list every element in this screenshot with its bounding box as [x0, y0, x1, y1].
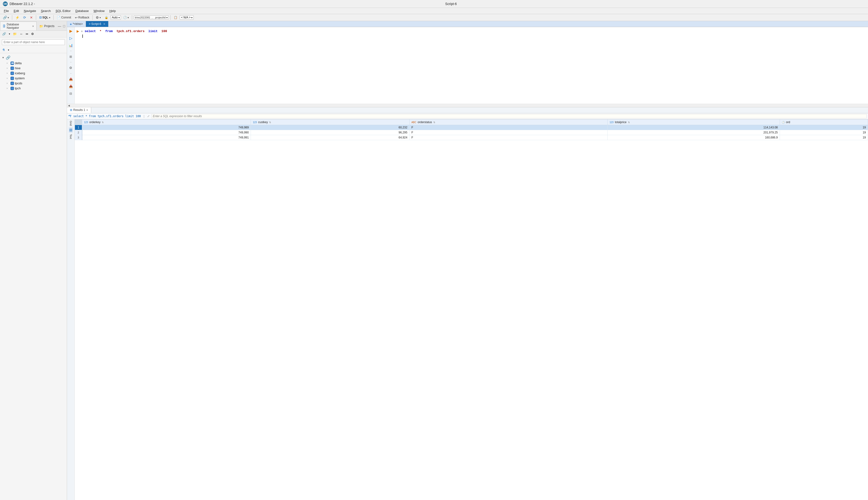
- row-2-orderkey[interactable]: 749,990: [82, 130, 251, 135]
- iceberg-label: iceberg: [15, 71, 25, 75]
- script6-tab-close[interactable]: ✕: [103, 23, 105, 26]
- tree-item-hive[interactable]: › hive: [1, 66, 66, 71]
- col-header-custkey[interactable]: 123 custkey ⇅: [251, 120, 409, 125]
- menu-search[interactable]: Search: [39, 8, 53, 13]
- row-3-totalprice[interactable]: 160,686.9: [608, 135, 780, 140]
- commit-icon: 📄: [57, 16, 61, 20]
- tree-item-tpcds[interactable]: › tpcds: [1, 81, 66, 86]
- menu-database[interactable]: Database: [73, 8, 91, 13]
- row-3-custkey[interactable]: 64,924: [251, 135, 409, 140]
- disconnect-button[interactable]: ⚡: [14, 15, 21, 20]
- row-2-totalprice[interactable]: 201,979.25: [608, 130, 780, 135]
- system-expand: ›: [7, 77, 10, 80]
- schema-dropdown[interactable]: < N/A > ▾: [180, 15, 193, 20]
- filter-btn[interactable]: ⚗: [1, 47, 6, 53]
- connect-dropdown[interactable]: ▾: [8, 16, 9, 19]
- commit-button[interactable]: 📄 Commit: [55, 15, 72, 20]
- tab-database-navigator[interactable]: 🗄 Database Navigator ✕: [0, 22, 37, 31]
- transaction-mode-button[interactable]: ⚙ ▾: [94, 15, 102, 20]
- nav-settings-btn[interactable]: ⚙: [30, 31, 35, 36]
- scroll-left-btn[interactable]: ◀: [68, 104, 70, 107]
- maximize-button[interactable]: □: [62, 24, 66, 28]
- minimize-button[interactable]: —: [57, 24, 62, 28]
- tpcds-expand: ›: [7, 82, 10, 84]
- table-row[interactable]: 2 749,990 96,295 F 201,979.25 19: [75, 130, 868, 135]
- row-2-ord[interactable]: 19: [780, 130, 868, 135]
- tree-item-delta[interactable]: › delta: [1, 61, 66, 66]
- row-3-ord[interactable]: 19: [780, 135, 868, 140]
- export-btn[interactable]: 📤: [68, 76, 74, 82]
- row-num-3: 3: [75, 135, 82, 140]
- reconnect-button[interactable]: ⟳: [22, 15, 27, 20]
- totalprice-sort-icon[interactable]: ⇅: [628, 121, 630, 124]
- row-3-orderstatus[interactable]: F: [409, 135, 608, 140]
- run-script-btn[interactable]: ▶: [68, 28, 74, 34]
- grid-view-btn[interactable]: ⊞: [69, 127, 73, 133]
- tree-item-system[interactable]: › system: [1, 76, 66, 81]
- run-selected-btn[interactable]: ▷: [68, 35, 74, 41]
- clock-button[interactable]: 🕐 ▾: [122, 15, 130, 20]
- schema-button[interactable]: 📋: [172, 15, 179, 20]
- import-btn[interactable]: 📥: [68, 83, 74, 89]
- col-header-ord[interactable]: 🕐 ord: [780, 120, 868, 125]
- row-1-orderstatus[interactable]: F: [409, 125, 608, 130]
- db-nav-close[interactable]: ✕: [32, 25, 34, 27]
- explain-btn[interactable]: 📊: [68, 42, 74, 48]
- tab-projects[interactable]: 📁 Projects: [37, 23, 57, 29]
- nav-new-folder-btn[interactable]: 📁: [12, 31, 18, 36]
- col-header-totalprice[interactable]: 123 totalprice ⇅: [608, 120, 780, 125]
- tab-script6[interactable]: > Script-6 ✕: [86, 21, 108, 27]
- grid-view-label[interactable]: Grid: [69, 120, 72, 127]
- settings-btn[interactable]: ⚙: [68, 65, 74, 71]
- menu-sql-editor[interactable]: SQL Editor: [54, 8, 72, 13]
- custkey-sort-icon[interactable]: ⇅: [269, 121, 271, 124]
- row-2-orderstatus[interactable]: F: [409, 130, 608, 135]
- orderstatus-sort-icon[interactable]: ⇅: [433, 121, 435, 124]
- editor-hscroll[interactable]: ◀: [67, 104, 868, 107]
- right-panel: ◆ *<trino> > Script-6 ✕ ▶ ▷ 📊 ··: [67, 21, 868, 500]
- connect-button[interactable]: 🔗 ▾: [1, 15, 10, 20]
- editor-content[interactable]: ▶ ⊖ select * from tpch.sf1.orders limit …: [75, 27, 868, 104]
- nav-expand-btn[interactable]: ↔: [19, 31, 24, 36]
- results-tab-1[interactable]: ⊞ Results 1 ✕: [67, 107, 91, 113]
- tree-root-item[interactable]: ▼ 🔗: [1, 55, 66, 61]
- row-1-ord[interactable]: 19: [780, 125, 868, 130]
- tab-trino[interactable]: ◆ *<trino>: [67, 21, 86, 27]
- schema-icon: 📋: [174, 16, 177, 19]
- row-2-custkey[interactable]: 96,295: [251, 130, 409, 135]
- menu-navigate[interactable]: Navigate: [22, 8, 38, 13]
- text-view-label[interactable]: Text: [69, 133, 72, 140]
- grid-btn[interactable]: ⊟: [68, 91, 74, 96]
- search-input[interactable]: [2, 39, 65, 45]
- col-header-orderkey[interactable]: 123 orderkey ⇅: [82, 120, 251, 125]
- filter-dropdown[interactable]: ▾: [7, 48, 10, 52]
- connection-dropdown[interactable]: trino2022081 … .projecthil ▾: [134, 15, 169, 20]
- row-1-totalprice[interactable]: 114,143.08: [608, 125, 780, 130]
- row-1-orderkey[interactable]: 749,989: [82, 125, 251, 130]
- row-1-custkey[interactable]: 60,232: [251, 125, 409, 130]
- lock-button[interactable]: 🔒: [103, 15, 110, 20]
- editor-line-2[interactable]: [77, 34, 866, 38]
- menu-file[interactable]: File: [2, 8, 11, 13]
- row-3-orderkey[interactable]: 749,991: [82, 135, 251, 140]
- invalidate-button[interactable]: ✕: [28, 15, 34, 20]
- table-row[interactable]: 3 749,991 64,924 F 160,686.9 19: [75, 135, 868, 140]
- auto-dropdown[interactable]: Auto ▾: [110, 15, 121, 20]
- results-filter-input[interactable]: [152, 114, 867, 118]
- menu-edit[interactable]: Edit: [12, 8, 21, 13]
- system-db-icon: [11, 77, 14, 80]
- menu-window[interactable]: Window: [92, 8, 106, 13]
- col-header-orderstatus[interactable]: ABC orderstatus ⇅: [409, 120, 608, 125]
- tree-item-iceberg[interactable]: › iceberg: [1, 71, 66, 76]
- nav-collapse-btn[interactable]: ⇔: [24, 31, 30, 36]
- terminal-btn[interactable]: ⊞: [68, 54, 74, 59]
- table-row[interactable]: 1 749,989 60,232 F 114,143.08 19: [75, 125, 868, 130]
- nav-connect-dropdown[interactable]: ▾: [8, 32, 11, 36]
- sql-button[interactable]: ⊡ SQL ▾: [38, 15, 52, 20]
- results-tab-close[interactable]: ✕: [86, 109, 88, 111]
- tree-item-tpch[interactable]: › tpch: [1, 86, 66, 91]
- rollback-button[interactable]: ↩ Rollback: [73, 15, 91, 20]
- orderkey-sort-icon[interactable]: ⇅: [102, 121, 104, 124]
- menu-help[interactable]: Help: [107, 8, 118, 13]
- nav-connect-btn[interactable]: 🔗: [1, 31, 7, 36]
